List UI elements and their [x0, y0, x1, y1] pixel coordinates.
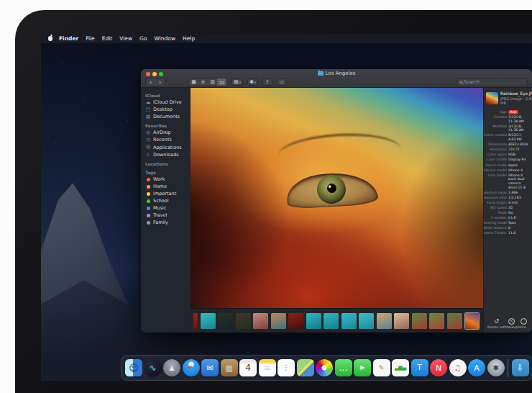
photo-thumbnail[interactable] [464, 312, 480, 330]
quick-action-icon: ✎ [508, 318, 515, 325]
quick-action-icon: ↺ [493, 318, 500, 325]
notes[interactable]: ≡ [259, 359, 276, 376]
sidebar-item[interactable]: Work [141, 176, 191, 183]
menu-item[interactable]: Finder [55, 35, 82, 42]
photo-thumbnail[interactable] [218, 313, 233, 329]
action-menu-button[interactable]: ✱ ▾ [247, 78, 258, 86]
contacts[interactable]: ▥ [221, 359, 238, 376]
photo-thumbnail[interactable] [412, 313, 427, 329]
menu-item[interactable]: Edit [98, 35, 116, 42]
sidebar-item[interactable]: Favorites [141, 123, 191, 129]
launchpad[interactable]: ▲ [163, 359, 180, 376]
photo-thumbnail[interactable] [377, 313, 392, 329]
system-preferences[interactable]: ✱ [487, 359, 505, 376]
sidebar-item[interactable]: Home [141, 183, 191, 190]
preview-panel: Rainbow_Eye.JPG JPEG image - 2.8 MB Tags… [483, 88, 532, 333]
metadata-value: 3/12/18, 11:34 AM [508, 115, 530, 123]
itunes[interactable]: ♫ [449, 359, 467, 376]
forward-button[interactable]: › [155, 78, 165, 86]
sidebar-item[interactable]: Family [141, 219, 191, 226]
calendar[interactable]: 4 [239, 359, 257, 376]
sidebar-item[interactable]: Tags [141, 170, 191, 176]
tag-color-dot [147, 178, 150, 181]
menu-item[interactable]: Go [136, 35, 150, 42]
messages[interactable]: … [335, 359, 352, 376]
search-input[interactable] [464, 79, 524, 85]
toolbar: ‹ › ▦≡▥▭ ▤ ▾ ✱ ▾ ⇧ [145, 78, 528, 86]
numbers[interactable]: ▃▆▄ [392, 359, 409, 376]
photo-thumbnail[interactable] [193, 313, 198, 329]
sidebar-item[interactable]: ▤ Documents [141, 113, 191, 120]
photo-thumbnail[interactable] [271, 313, 286, 329]
view-option-button[interactable]: ▦ [189, 78, 198, 86]
photo-thumbnail[interactable] [253, 313, 268, 329]
menu-item[interactable]: View [116, 35, 136, 42]
view-option-button[interactable]: ≡ [198, 78, 208, 86]
menu-item[interactable]: File [82, 35, 98, 42]
sidebar-item[interactable]: Ⓐ Applications [141, 143, 191, 151]
apple-menu-icon[interactable] [48, 36, 52, 41]
quick-action-label: Rotate Left [487, 325, 505, 329]
share-button[interactable]: ⇧ [262, 78, 272, 86]
news[interactable]: N [430, 359, 447, 376]
photo-thumbnail[interactable] [341, 313, 357, 329]
photo-thumbnail[interactable] [288, 313, 303, 329]
keynote[interactable]: T [411, 359, 428, 376]
photo-thumbnail[interactable] [394, 313, 409, 329]
appstore[interactable]: A [468, 359, 485, 376]
photo-eyebrow [278, 131, 402, 175]
more-button[interactable]: … More... [518, 318, 529, 330]
menu-bar: FinderFileEditViewGoWindowHelp [41, 34, 532, 43]
photo-thumbnail[interactable] [429, 313, 444, 329]
view-option-button[interactable]: ▥ [208, 78, 217, 86]
facetime[interactable]: ▶ [354, 359, 371, 376]
downloads-folder[interactable]: ⇩ [512, 359, 529, 376]
photo-thumbnail[interactable] [306, 313, 321, 329]
safari[interactable]: ✦ [183, 359, 200, 376]
back-button[interactable]: ‹ [146, 78, 155, 86]
sidebar-item[interactable]: ☁ iCloud Drive [141, 99, 191, 106]
sidebar-item[interactable]: ▢ Desktop [141, 106, 191, 113]
sidebar-item-label: AirDrop [153, 130, 171, 135]
sidebar-item[interactable]: Travel [141, 212, 191, 219]
menu-item[interactable]: Help [179, 35, 198, 42]
metadata-label: Device make [486, 163, 507, 168]
search-field[interactable] [456, 78, 528, 86]
metadata-label: Dimensions [486, 143, 507, 147]
metadata-label: ISO speed [486, 206, 507, 210]
pages[interactable]: ✎ [373, 359, 390, 376]
photo-thumbnail[interactable] [447, 313, 462, 329]
reminders[interactable]: ⋮ [278, 359, 295, 376]
photo-thumbnail[interactable] [201, 313, 216, 329]
sidebar-item[interactable]: ⇩ Downloads [141, 151, 191, 158]
tags-button[interactable]: ◇ [277, 78, 287, 86]
sidebar-item[interactable]: ◷ Recents [141, 136, 191, 143]
dock-separator[interactable] [508, 358, 508, 377]
photo-thumbnail[interactable] [236, 313, 251, 329]
view-option-button[interactable]: ▭ [217, 78, 226, 86]
window-titlebar[interactable]: Los Angeles ‹ › ▦≡▥▭ ▤ ▾ ✱ [141, 69, 532, 88]
siri[interactable]: ∿ [145, 359, 162, 376]
quick-action-label: More... [518, 325, 529, 329]
quick-action-icon: … [520, 318, 527, 325]
sidebar-item-label: Home [153, 184, 167, 189]
window-title: Los Angeles [141, 71, 532, 76]
rotate-left-button[interactable]: ↺ Rotate Left [487, 318, 505, 330]
sidebar-item[interactable]: Music [141, 204, 191, 212]
maps[interactable] [297, 359, 314, 376]
group-button[interactable]: ▤ ▾ [231, 78, 243, 86]
sidebar-item[interactable]: iCloud [141, 93, 191, 99]
mail[interactable]: ✉ [201, 359, 219, 376]
menu-item[interactable]: Window [151, 35, 180, 42]
sidebar-item[interactable]: Important [141, 190, 191, 197]
sidebar-item[interactable]: ◎ AirDrop [141, 129, 191, 136]
metadata-list: Tags Red Created 3/12/18, 11:34 AM Modif… [486, 110, 530, 235]
photo-thumbnail[interactable] [324, 313, 339, 329]
markup-button[interactable]: ✎ Markup [505, 318, 518, 330]
finder[interactable]: ☺ [125, 359, 142, 376]
photos[interactable] [316, 359, 333, 376]
sidebar-item[interactable]: School [141, 197, 191, 204]
file-name: Rainbow_Eye.JPG [500, 91, 532, 96]
sidebar-item[interactable]: Locations [141, 161, 191, 167]
photo-thumbnail[interactable] [359, 313, 374, 329]
